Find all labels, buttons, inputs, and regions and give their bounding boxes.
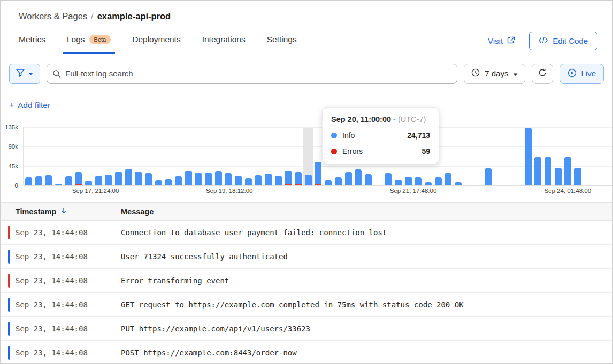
log-timestamp: Sep 23, 14:44:08 <box>16 276 121 285</box>
chart-bar[interactable] <box>365 174 372 185</box>
chart-bar[interactable] <box>305 175 312 185</box>
chart-bar[interactable] <box>175 176 182 185</box>
chart-bar[interactable] <box>55 184 62 185</box>
table-row[interactable]: Sep 23, 14:44:08Connection to database u… <box>1 221 612 245</box>
beta-badge: Beta <box>89 35 111 44</box>
log-table: Timestamp Message Sep 23, 14:44:08Connec… <box>1 202 612 364</box>
log-timestamp: Sep 23, 14:44:08 <box>16 252 121 261</box>
table-row[interactable]: Sep 23, 14:44:08Error transforming event <box>1 269 612 293</box>
chart-slot <box>115 127 122 185</box>
chart-bar[interactable] <box>415 177 422 185</box>
chart-bar[interactable] <box>65 176 72 185</box>
chart-bar[interactable] <box>534 157 541 185</box>
add-filter-button[interactable]: + Add filter <box>9 100 50 111</box>
chart-bar[interactable] <box>295 172 302 185</box>
chart-bar[interactable] <box>455 182 462 185</box>
severity-indicator-info <box>8 298 10 312</box>
tab-logs[interactable]: LogsBeta <box>63 32 115 54</box>
visit-link[interactable]: Visit <box>488 36 515 46</box>
chart-bar[interactable] <box>45 175 52 185</box>
chart-bar[interactable] <box>275 176 282 185</box>
chart-slot <box>585 127 592 185</box>
chart-bar[interactable] <box>405 177 412 185</box>
chart-slot <box>255 127 262 185</box>
chart-bar[interactable] <box>75 172 82 185</box>
chart-bar[interactable] <box>25 177 32 185</box>
chart-bar[interactable] <box>145 173 152 185</box>
chart-bar[interactable] <box>574 168 581 185</box>
chart-bar[interactable] <box>35 176 42 185</box>
chart-bar[interactable] <box>125 169 132 185</box>
chart-bar[interactable] <box>555 168 562 185</box>
chart-bar[interactable] <box>205 173 212 185</box>
chart-bar[interactable] <box>265 174 272 185</box>
breadcrumb-section[interactable]: Workers & Pages <box>19 11 87 21</box>
chart-slot <box>35 127 42 185</box>
table-row[interactable]: Sep 23, 14:44:08PUT https://example.com/… <box>1 317 612 341</box>
log-message: Error transforming event <box>121 276 229 285</box>
severity-indicator-error <box>8 226 10 239</box>
chart-bar[interactable] <box>315 162 321 185</box>
chart-slot <box>105 127 112 185</box>
chart-bar[interactable] <box>425 182 432 185</box>
chart-x-axis: Sep 17, 21:24:00Sep 19, 18:12:00Sep 21, … <box>23 188 612 196</box>
column-header-message[interactable]: Message <box>121 207 154 216</box>
log-message: User 71324 successfully authenticated <box>121 252 288 261</box>
chart-bar[interactable] <box>325 180 332 185</box>
tab-metrics[interactable]: Metrics <box>14 32 50 54</box>
chart-slot <box>315 127 321 185</box>
tab-integrations[interactable]: Integrations <box>198 32 250 54</box>
chart-bar[interactable] <box>115 172 122 185</box>
chart-bar[interactable] <box>185 171 192 185</box>
table-row[interactable]: Sep 23, 14:44:08User 71324 successfully … <box>1 245 612 269</box>
tab-deployments[interactable]: Deployments <box>128 32 185 54</box>
edit-code-button[interactable]: Edit Code <box>529 32 597 50</box>
chart-bar[interactable] <box>395 180 402 185</box>
chart-bar[interactable] <box>215 171 222 185</box>
chart-bar[interactable] <box>195 173 202 185</box>
funnel-icon <box>16 69 25 79</box>
x-tick-label: Sep 19, 18:12:00 <box>206 188 253 194</box>
chart-bar[interactable] <box>525 128 532 185</box>
chart-bar[interactable] <box>285 171 292 185</box>
chart-bar[interactable] <box>95 176 102 185</box>
table-row[interactable]: Sep 23, 14:44:08GET request to https://e… <box>1 293 612 317</box>
x-tick-label: Sep 21, 17:48:00 <box>390 188 437 194</box>
table-row[interactable]: Sep 23, 14:44:08POST https://example.com… <box>1 341 612 364</box>
chart-bar[interactable] <box>255 175 262 185</box>
chart-bar[interactable] <box>225 173 232 185</box>
refresh-button[interactable] <box>532 64 553 84</box>
chart-bar[interactable] <box>435 177 442 185</box>
chart-bar[interactable] <box>85 181 92 185</box>
chart-bar[interactable] <box>335 177 342 185</box>
chart-slot <box>185 127 192 185</box>
tooltip-series-label: Info <box>342 131 355 140</box>
filter-dropdown-button[interactable] <box>9 64 40 84</box>
chart-bar[interactable] <box>155 180 162 185</box>
legend-dot-errors <box>331 149 337 154</box>
chart-bar[interactable] <box>235 176 242 185</box>
chart-slot <box>155 127 162 185</box>
chart-slot <box>455 127 462 185</box>
chart-bar[interactable] <box>105 175 112 185</box>
chart-bar[interactable] <box>485 168 492 185</box>
tab-label: Logs <box>67 35 85 44</box>
chart-slot <box>495 127 502 185</box>
chart-bar[interactable] <box>355 169 362 185</box>
chart-bar[interactable] <box>385 173 392 185</box>
chart-slot <box>175 127 182 185</box>
search-input[interactable] <box>47 64 457 84</box>
live-button[interactable]: Live <box>560 64 604 84</box>
tab-settings[interactable]: Settings <box>263 32 301 54</box>
chart-bar[interactable] <box>545 157 551 185</box>
chart-bar[interactable] <box>445 173 451 185</box>
chart-bar[interactable] <box>564 157 571 185</box>
chart-bar[interactable] <box>165 179 172 185</box>
chart-bar[interactable] <box>345 172 352 185</box>
tab-label: Metrics <box>19 35 45 44</box>
log-timestamp: Sep 23, 14:44:08 <box>16 228 121 237</box>
column-header-timestamp[interactable]: Timestamp <box>16 207 121 216</box>
chart-bar[interactable] <box>135 172 142 185</box>
time-range-dropdown[interactable]: 7 days <box>464 64 525 84</box>
chart-bar[interactable] <box>245 178 252 185</box>
